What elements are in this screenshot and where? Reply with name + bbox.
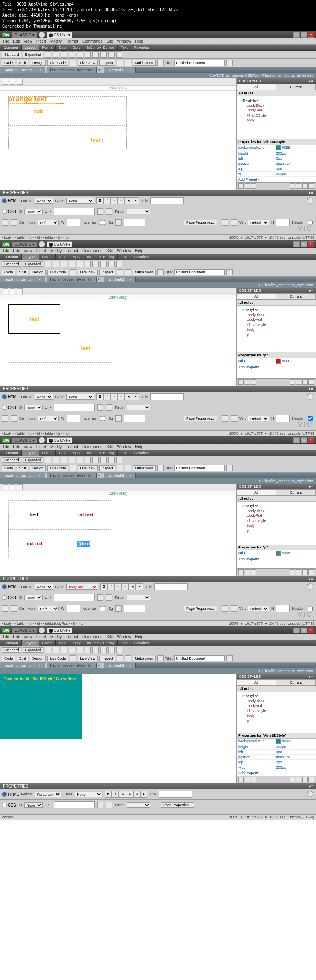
minimize-button[interactable]: _ — [293, 437, 300, 443]
prop-bg[interactable] — [124, 605, 145, 612]
cat-data[interactable]: Data — [56, 640, 70, 646]
cf6[interactable] — [302, 379, 308, 385]
css-rules-tree[interactable]: ⊟ <style> .bodyBlack.bodyRed#firstIDStyl… — [237, 96, 316, 139]
cat-spry[interactable]: Spry — [70, 640, 84, 646]
cf1[interactable] — [238, 379, 244, 385]
bg-swatch[interactable] — [115, 219, 122, 226]
cpp[interactable]: position — [238, 755, 276, 759]
menu-modify[interactable]: Modify — [50, 445, 62, 449]
cat-forms[interactable]: Forms — [39, 254, 56, 260]
cat-forms[interactable]: Forms — [39, 45, 56, 50]
css-tab-current[interactable]: Current — [276, 293, 316, 300]
li9[interactable] — [108, 261, 115, 267]
cat-spry[interactable]: Spry — [70, 254, 84, 260]
cat-spry[interactable]: Spry — [70, 450, 84, 456]
cssprop-p[interactable]: position — [238, 162, 276, 166]
prop-horz[interactable]: Default — [38, 220, 59, 225]
od[interactable]: ◂ — [129, 583, 136, 590]
menu-insert[interactable]: Insert — [36, 249, 46, 253]
prop-html-toggle[interactable]: HTML — [2, 584, 19, 589]
breadcrumb[interactable]: <body> <table> <tr> <td> <table> <tr> <t… — [2, 432, 70, 435]
prop-help-icon[interactable]: ? — [307, 393, 313, 400]
layout-ico5[interactable] — [77, 51, 83, 58]
cell-c[interactable]: text red — [9, 530, 59, 558]
page-properties-button[interactable]: Page Properties... — [184, 220, 217, 225]
mode-expanded[interactable]: Expanded — [23, 457, 44, 463]
cf3[interactable] — [251, 569, 256, 575]
view-multiscreen[interactable]: Multiscreen — [133, 466, 156, 471]
maximize-button[interactable]: ▭ — [301, 241, 307, 247]
menu-view[interactable]: View — [24, 249, 32, 253]
d3[interactable] — [17, 288, 23, 294]
menu-insert[interactable]: Insert — [36, 635, 46, 639]
l7[interactable] — [92, 647, 99, 653]
prop-titlef[interactable] — [150, 393, 184, 400]
tool-ico1[interactable] — [70, 60, 76, 66]
view-multiscreen[interactable]: Multiscreen — [133, 60, 156, 66]
ol[interactable]: ≡ — [122, 583, 129, 590]
cat-incontext[interactable]: InContext Editing — [84, 45, 118, 50]
italic-button[interactable]: I — [103, 197, 111, 204]
d2[interactable] — [10, 484, 15, 490]
prop-help-icon[interactable]: ? — [307, 791, 313, 797]
cslive-button[interactable]: ⬤ CS Live ▾ — [47, 32, 72, 38]
minimize-button[interactable]: _ — [293, 32, 300, 38]
menu-commands[interactable]: Commands — [82, 249, 102, 253]
ol[interactable]: ≡ — [118, 393, 125, 400]
c2a[interactable] — [222, 605, 228, 612]
link-point-icon[interactable] — [106, 208, 112, 215]
menu-view[interactable]: View — [24, 445, 32, 449]
layout-ico4[interactable] — [69, 51, 75, 58]
cat-incontext[interactable]: InContext Editing — [84, 254, 118, 260]
minimize-button[interactable]: _ — [293, 241, 300, 247]
prop-format[interactable]: Paragraph — [35, 792, 61, 797]
l4[interactable] — [69, 457, 75, 463]
prop-format[interactable]: None — [35, 198, 53, 204]
view-inspect[interactable]: Inspect — [99, 466, 115, 471]
cell-d[interactable]: ▯text | — [59, 530, 111, 558]
filetab-3[interactable]: Untitled-2 × — [104, 277, 136, 282]
cat-layout[interactable]: Layout — [22, 640, 39, 646]
filetab-3[interactable]: Untitled-2 × — [104, 663, 136, 668]
filetab-1[interactable]: applying_css.html × — [0, 67, 45, 73]
workspace-switcher[interactable]: CLASSIC ▾ — [12, 32, 37, 38]
prop-target[interactable] — [127, 595, 150, 600]
page-properties-button[interactable]: Page Properties... — [161, 802, 194, 808]
od[interactable]: ◂ — [125, 393, 132, 400]
cat-favorites[interactable]: Favorites — [131, 640, 152, 646]
prop-vert[interactable]: Default — [248, 416, 269, 421]
css-tab-all[interactable]: All — [237, 293, 276, 300]
css-tab-all[interactable]: All — [237, 679, 276, 686]
title-input[interactable] — [174, 269, 225, 275]
cell-c[interactable] — [9, 334, 60, 363]
cssprop-bg[interactable]: background-color — [238, 145, 276, 150]
outdent-button[interactable]: ◂ — [125, 197, 132, 204]
ti2[interactable] — [117, 269, 123, 275]
prop-target[interactable] — [127, 209, 150, 214]
filetab-2[interactable]: first_embedded_styles.htm × — [45, 67, 104, 73]
li5[interactable] — [77, 261, 83, 267]
view-multiscreen[interactable]: Multiscreen — [133, 270, 156, 275]
view-split[interactable]: Split — [17, 60, 29, 66]
t3[interactable] — [125, 465, 131, 471]
view-liveview[interactable]: Live View — [78, 60, 98, 66]
prop-nowrap[interactable] — [100, 220, 105, 225]
maximize-button[interactable]: ▭ — [301, 437, 307, 443]
prop-class[interactable]: None — [66, 198, 94, 204]
t4[interactable] — [157, 465, 164, 471]
prop-h[interactable] — [276, 219, 290, 226]
prop-css-toggle[interactable]: CSS — [2, 803, 16, 807]
view-liveview[interactable]: Live View — [78, 270, 98, 275]
menu-edit[interactable]: Edit — [13, 445, 20, 449]
page-properties-button[interactable]: Page Properties... — [184, 416, 217, 421]
l9[interactable] — [108, 647, 115, 653]
ti3[interactable] — [125, 269, 131, 275]
italic-button[interactable]: I — [103, 393, 111, 400]
css-rules-tree[interactable]: ⊟ <style> .bodyBlack.bodyRed#firstIDStyl… — [237, 502, 316, 545]
t4[interactable] — [157, 655, 164, 662]
prop-target[interactable] — [127, 405, 150, 410]
cell-ico2a[interactable] — [222, 219, 228, 226]
bold-button[interactable]: B — [105, 791, 112, 798]
view-split[interactable]: Split — [17, 466, 29, 471]
css-add-property[interactable]: Add Property — [237, 556, 316, 562]
